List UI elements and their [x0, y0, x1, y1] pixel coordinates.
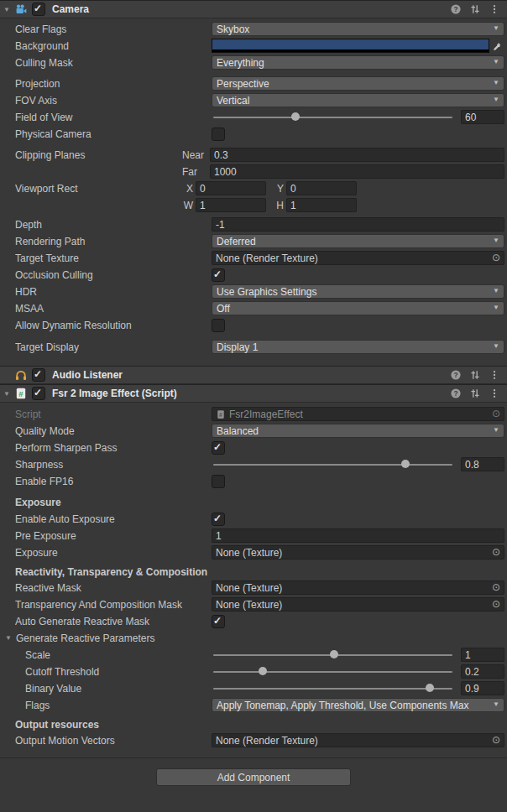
scale-input[interactable]: 1 — [461, 648, 504, 662]
occlusion-culling-checkbox[interactable]: ✓ — [212, 268, 225, 282]
field-value: 0.2 — [465, 666, 479, 678]
slider-handle[interactable] — [401, 460, 410, 468]
svg-text:?: ? — [453, 371, 457, 379]
object-picker-icon[interactable]: ⊙ — [492, 252, 500, 264]
flags-dropdown[interactable]: Apply Tonemap, Apply Threshold, Use Comp… — [212, 698, 504, 712]
field-value: 0 — [200, 183, 206, 195]
exposure-field[interactable]: None (Texture) ⊙ — [212, 545, 504, 560]
field-value: -1 — [216, 219, 225, 231]
binary-value-input[interactable]: 0.9 — [461, 681, 504, 695]
quality-mode-dropdown[interactable]: Balanced ▼ — [212, 424, 504, 438]
object-picker-icon[interactable]: ⊙ — [492, 734, 500, 747]
output-motion-vectors-field[interactable]: None (Render Texture) ⊙ — [212, 733, 504, 747]
sharpness-input[interactable]: 0.8 — [461, 457, 504, 471]
target-texture-field[interactable]: None (Render Texture) ⊙ — [212, 251, 504, 265]
background-color-swatch[interactable] — [212, 39, 489, 53]
field-value: 1000 — [214, 166, 237, 178]
add-component-button[interactable]: Add Component — [156, 768, 351, 786]
allow-dynamic-resolution-checkbox[interactable]: ✓ — [212, 319, 225, 332]
hdr-dropdown[interactable]: Use Graphics Settings ▼ — [212, 284, 504, 299]
row-perform-sharpen-pass: Perform Sharpen Pass ✓ — [0, 440, 504, 455]
help-icon[interactable]: ? — [450, 369, 462, 381]
auto-generate-reactive-mask-label: Auto Generate Reactive Mask — [15, 616, 212, 627]
scale-slider[interactable] — [212, 648, 454, 662]
object-picker-icon[interactable]: ⊙ — [492, 546, 500, 559]
eyedropper-icon[interactable] — [489, 41, 504, 51]
exposure-section-header: Exposure — [0, 497, 507, 508]
near-plane-input[interactable]: 0.3 — [210, 148, 504, 162]
viewport-w-input[interactable]: 1 — [196, 198, 266, 212]
audio-listener-component-header: ✓ Audio Listener ? — [0, 366, 507, 384]
help-icon[interactable]: ? — [450, 3, 462, 15]
clear-flags-label: Clear Flags — [15, 23, 212, 35]
slider-handle[interactable] — [291, 112, 300, 121]
physical-camera-checkbox[interactable]: ✓ — [212, 128, 225, 141]
cutoff-threshold-input[interactable]: 0.2 — [461, 664, 504, 679]
object-picker-icon[interactable]: ⊙ — [492, 408, 500, 420]
foldout-arrow-icon[interactable]: ▼ — [3, 6, 14, 13]
projection-dropdown[interactable]: Perspective ▼ — [212, 76, 504, 91]
script-asset-icon: # — [216, 409, 226, 419]
field-of-view-input[interactable]: 60 — [461, 110, 504, 124]
rendering-path-dropdown[interactable]: Deferred ▼ — [212, 234, 504, 248]
transparency-mask-field[interactable]: None (Texture) ⊙ — [212, 597, 504, 612]
viewport-rect-label: Viewport Rect — [15, 183, 182, 195]
camera-enabled-checkbox[interactable]: ✓ — [32, 3, 45, 16]
kebab-menu-icon[interactable] — [489, 388, 500, 399]
object-picker-icon[interactable]: ⊙ — [492, 581, 500, 594]
row-clear-flags: Clear Flags Skybox ▼ — [0, 22, 504, 36]
culling-mask-dropdown[interactable]: Everything ▼ — [212, 55, 504, 70]
row-allow-dynamic-resolution: Allow Dynamic Resolution ✓ — [0, 318, 504, 332]
presets-icon[interactable] — [469, 388, 481, 399]
enable-fp16-checkbox[interactable]: ✓ — [212, 475, 225, 488]
binary-value-slider[interactable] — [212, 681, 454, 695]
headphones-icon — [14, 368, 28, 382]
row-script: Script # Fsr2ImageEffect ⊙ — [0, 407, 504, 421]
occlusion-culling-label: Occlusion Culling — [15, 269, 212, 281]
viewport-y-input[interactable]: 0 — [286, 181, 357, 195]
msaa-dropdown[interactable]: Off ▼ — [212, 301, 504, 315]
field-of-view-slider[interactable] — [212, 110, 454, 124]
fsr2-enabled-checkbox[interactable]: ✓ — [32, 387, 45, 400]
target-display-dropdown[interactable]: Display 1 ▼ — [212, 340, 504, 354]
presets-icon[interactable] — [469, 369, 481, 381]
reactive-mask-field[interactable]: None (Texture) ⊙ — [212, 580, 504, 595]
dropdown-value: Deferred — [217, 236, 489, 247]
dropdown-value: Apply Tonemap, Apply Threshold, Use Comp… — [217, 700, 489, 711]
slider-handle[interactable] — [426, 684, 434, 692]
dropdown-value: Perspective — [217, 78, 489, 90]
viewport-x-input[interactable]: 0 — [196, 181, 266, 195]
cutoff-threshold-slider[interactable] — [212, 664, 454, 679]
enable-auto-exposure-checkbox[interactable]: ✓ — [212, 513, 225, 526]
slider-handle[interactable] — [259, 667, 267, 675]
kebab-menu-icon[interactable] — [489, 369, 500, 381]
viewport-h-label: H — [273, 200, 286, 211]
row-cutoff-threshold: Cutoff Threshold 0.2 — [0, 664, 504, 679]
scale-label: Scale — [25, 649, 212, 661]
presets-icon[interactable] — [469, 3, 481, 15]
foldout-arrow-icon[interactable]: ▼ — [3, 390, 14, 398]
row-binary-value: Binary Value 0.9 — [0, 681, 504, 695]
generate-reactive-parameters-label[interactable]: Generate Reactive Parameters — [16, 632, 154, 644]
slider-handle[interactable] — [330, 650, 338, 658]
chevron-down-icon: ▼ — [493, 237, 499, 244]
script-field[interactable]: # Fsr2ImageEffect ⊙ — [212, 407, 504, 421]
pre-exposure-input[interactable]: 1 — [212, 528, 504, 543]
sharpness-slider[interactable] — [212, 457, 454, 471]
object-picker-icon[interactable]: ⊙ — [492, 598, 500, 611]
auto-generate-reactive-mask-checkbox[interactable]: ✓ — [212, 615, 225, 628]
perform-sharpen-pass-checkbox[interactable]: ✓ — [212, 441, 225, 455]
fov-axis-dropdown[interactable]: Vertical ▼ — [212, 93, 504, 107]
far-plane-input[interactable]: 1000 — [210, 164, 504, 179]
chevron-down-icon: ▼ — [493, 79, 499, 86]
dropdown-value: Everything — [217, 57, 489, 69]
clear-flags-dropdown[interactable]: Skybox ▼ — [212, 22, 504, 36]
viewport-h-input[interactable]: 1 — [286, 198, 357, 212]
kebab-menu-icon[interactable] — [489, 3, 500, 15]
help-icon[interactable]: ? — [450, 388, 462, 399]
depth-input[interactable]: -1 — [212, 217, 504, 232]
audio-listener-enabled-checkbox[interactable]: ✓ — [32, 368, 45, 382]
slider-track — [213, 688, 452, 690]
foldout-arrow-icon[interactable]: ▼ — [5, 634, 16, 642]
row-msaa: MSAA Off ▼ — [0, 301, 504, 315]
